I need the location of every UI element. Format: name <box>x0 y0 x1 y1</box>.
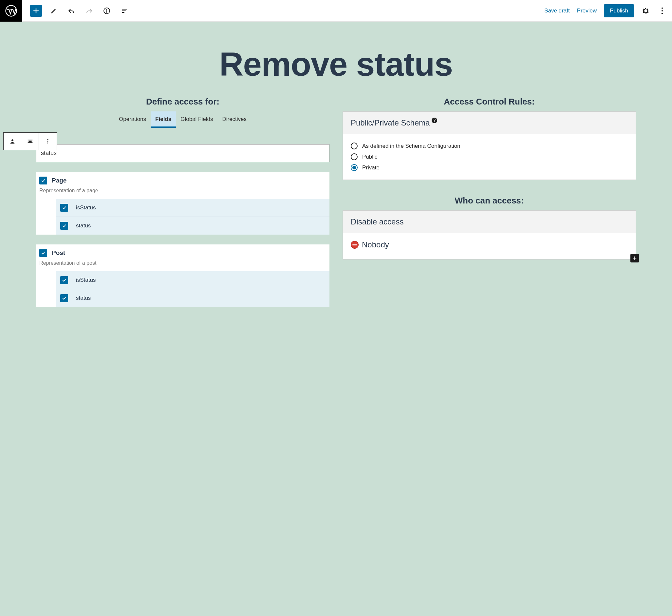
schema-card-title: Public/Private Schema ? <box>343 112 636 134</box>
field-name: isStatus <box>76 277 96 283</box>
svg-point-10 <box>47 142 48 143</box>
who-heading: Who can access: <box>343 196 636 206</box>
kebab-icon <box>658 6 667 15</box>
schema-option-private[interactable]: Private <box>351 162 628 173</box>
preview-button[interactable]: Preview <box>577 8 597 14</box>
svg-point-2 <box>106 9 107 9</box>
undo-icon <box>67 7 75 15</box>
field-name: status <box>76 222 91 229</box>
disable-access-title: Disable access <box>343 211 636 233</box>
page-title[interactable]: Remove status <box>0 22 672 97</box>
disable-access-card: Disable access Nobody <box>343 210 636 259</box>
publish-button[interactable]: Publish <box>604 4 634 17</box>
no-entry-icon <box>351 241 359 249</box>
schema-rule-card: Public/Private Schema ? As defined in th… <box>343 111 636 180</box>
block-type-button[interactable] <box>4 133 21 150</box>
check-icon <box>62 277 67 283</box>
gear-icon <box>641 6 650 15</box>
radio-icon <box>351 142 358 149</box>
field-row: isStatus <box>56 199 329 217</box>
field-row: isStatus <box>56 271 329 289</box>
field-checkbox[interactable] <box>60 294 68 302</box>
field-name: isStatus <box>76 204 96 211</box>
svg-point-9 <box>47 141 48 142</box>
plus-icon <box>32 7 40 15</box>
check-icon <box>62 223 67 228</box>
tab-operations[interactable]: Operations <box>114 111 151 128</box>
radio-label: Private <box>362 164 380 171</box>
align-icon <box>27 138 34 145</box>
radio-label: Public <box>362 154 377 160</box>
rules-heading: Access Control Rules: <box>343 97 636 107</box>
nobody-label: Nobody <box>362 240 389 249</box>
access-tabs: Operations Fields Global Fields Directiv… <box>36 111 329 128</box>
tab-directives[interactable]: Directives <box>217 111 251 128</box>
svg-rect-7 <box>28 140 31 142</box>
type-post-name: Post <box>52 249 65 256</box>
svg-point-3 <box>662 7 663 9</box>
type-page-name: Page <box>52 177 66 184</box>
radio-icon <box>351 164 358 171</box>
list-icon <box>121 7 128 15</box>
block-more-button[interactable] <box>39 133 57 150</box>
tab-fields[interactable]: Fields <box>151 111 176 128</box>
kebab-icon <box>44 138 51 145</box>
add-rule-button[interactable] <box>630 254 639 262</box>
save-draft-button[interactable]: Save draft <box>544 8 570 14</box>
pencil-icon <box>50 7 58 15</box>
info-button[interactable] <box>101 5 113 17</box>
radio-label: As defined in the Schema Configuration <box>362 143 460 149</box>
redo-icon <box>85 7 93 15</box>
svg-point-5 <box>662 13 663 14</box>
search-label: SEARCH <box>37 136 329 141</box>
plus-icon <box>632 255 637 261</box>
field-row: status <box>56 289 329 307</box>
info-icon <box>103 7 111 15</box>
edit-tool-button[interactable] <box>48 5 60 17</box>
schema-option-public[interactable]: Public <box>351 151 628 162</box>
radio-icon <box>351 153 358 160</box>
type-card-post: Post Representation of a post isStatus s… <box>36 244 329 307</box>
check-icon <box>62 295 67 301</box>
field-row: status <box>56 217 329 234</box>
help-icon[interactable]: ? <box>432 118 437 123</box>
search-input[interactable] <box>36 144 329 162</box>
schema-option-default[interactable]: As defined in the Schema Configuration <box>351 140 628 151</box>
type-page-checkbox[interactable] <box>39 177 47 184</box>
type-post-checkbox[interactable] <box>39 249 47 257</box>
check-icon <box>41 250 46 255</box>
user-icon <box>9 138 16 145</box>
svg-point-6 <box>11 139 13 141</box>
wordpress-logo[interactable] <box>0 0 22 22</box>
check-icon <box>62 205 67 210</box>
block-toolbar <box>3 132 57 150</box>
wordpress-icon <box>5 5 17 17</box>
redo-button[interactable] <box>83 5 95 17</box>
align-button[interactable] <box>21 133 39 150</box>
type-card-page: Page Representation of a page isStatus s… <box>36 172 329 234</box>
field-checkbox[interactable] <box>60 276 68 284</box>
field-checkbox[interactable] <box>60 204 68 212</box>
define-access-heading: Define access for: <box>36 97 329 107</box>
tab-global-fields[interactable]: Global Fields <box>176 111 217 128</box>
field-checkbox[interactable] <box>60 222 68 230</box>
svg-point-4 <box>662 10 663 11</box>
type-post-desc: Representation of a post <box>36 259 329 271</box>
add-block-button[interactable] <box>30 5 42 17</box>
svg-point-8 <box>47 139 48 140</box>
settings-button[interactable] <box>641 6 650 15</box>
undo-button[interactable] <box>65 5 77 17</box>
outline-button[interactable] <box>119 5 130 17</box>
more-options-button[interactable] <box>658 6 667 15</box>
type-page-desc: Representation of a page <box>36 186 329 199</box>
field-name: status <box>76 295 91 301</box>
check-icon <box>41 178 46 183</box>
